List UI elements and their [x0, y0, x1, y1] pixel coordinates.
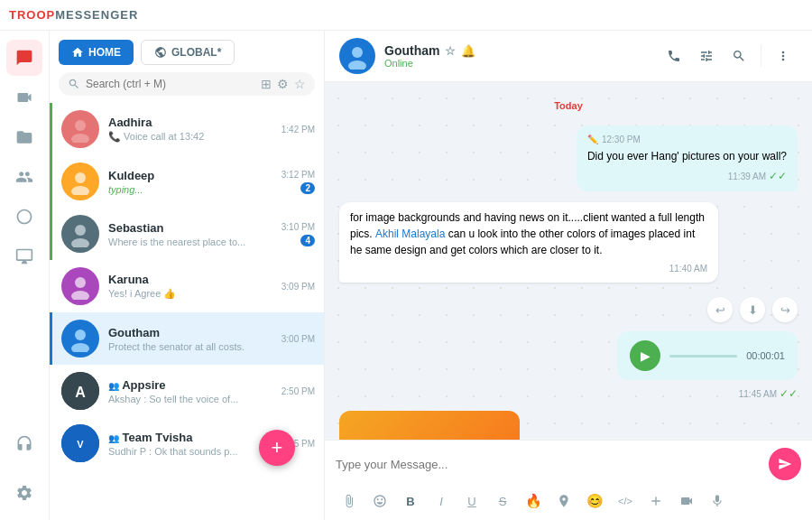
app-title-messenger: MESSENGER — [55, 8, 138, 22]
date-divider: Today — [339, 100, 798, 111]
toolbar-sticker[interactable]: 😊 — [581, 488, 608, 515]
message-row-3: ↩ ⬇ ↪ ▶ 00:00:01 11:45 AM ✓✓ — [339, 293, 798, 400]
toolbar-more[interactable] — [642, 488, 669, 515]
toolbar-bold[interactable]: B — [397, 488, 424, 515]
svg-point-15 — [348, 60, 366, 70]
send-button[interactable] — [769, 448, 801, 480]
sidebar-icon-monitor[interactable] — [6, 238, 42, 274]
reply-btn[interactable]: ↩ — [707, 297, 733, 322]
top-bar: TROOP MESSENGER — [0, 0, 812, 31]
chat-name-sebastian: Sebastian — [108, 221, 272, 235]
sidebar-icon-chat[interactable] — [6, 40, 42, 76]
toolbar-code[interactable]: </> — [612, 488, 639, 515]
volume-icon[interactable]: 🔔 — [461, 44, 475, 58]
chat-item-goutham[interactable]: Goutham Protect the senator at all costs… — [50, 312, 324, 365]
svg-point-0 — [75, 120, 86, 131]
messages-area[interactable]: Today ✏️ 12:30 PM Did you ever Hang' pic… — [325, 82, 812, 440]
play-button[interactable]: ▶ — [630, 340, 660, 371]
more-button[interactable] — [769, 42, 798, 70]
chat-name-appsire: 👥 Appsire — [108, 378, 272, 392]
toolbar-video[interactable] — [673, 488, 700, 515]
chat-item-aadhira[interactable]: Aadhira 📞 Voice call at 13:42 1:42 PM — [50, 103, 324, 155]
chat-list-panel: HOME GLOBAL* ⊞ ⚙ ☆ Aadhira — [50, 31, 325, 520]
star-icon[interactable]: ☆ — [445, 44, 456, 58]
chat-preview-appsire: Akshay : So tell the voice of... — [108, 394, 272, 404]
bubble-time-2: 11:40 AM — [350, 262, 707, 275]
chat-info-appsire: 👥 Appsire Akshay : So tell the voice of.… — [108, 378, 272, 404]
tab-home[interactable]: HOME — [59, 40, 134, 65]
chat-info-aadhira: Aadhira 📞 Voice call at 13:42 — [108, 116, 272, 143]
chat-preview-goutham: Protect the senator at all costs. — [108, 341, 272, 352]
sidebar-icon-video[interactable] — [6, 79, 42, 116]
chat-meta-karuna: 3:09 PM — [281, 282, 315, 292]
chat-meta-kuldeep: 3:12 PM 2 — [281, 170, 315, 194]
svg-point-1 — [71, 134, 89, 143]
bubble-text-1: Did you ever Hang' pictures on your wall… — [587, 148, 787, 164]
filter-icon[interactable]: ⊞ — [261, 77, 272, 91]
edit-icon: ✏️ — [587, 133, 598, 146]
call-button[interactable] — [660, 42, 688, 70]
download-btn[interactable]: ⬇ — [740, 297, 765, 322]
star-icon[interactable]: ☆ — [294, 77, 306, 91]
settings-icon[interactable]: ⚙ — [277, 77, 289, 91]
contact-name: Goutham ☆ 🔔 — [384, 43, 651, 58]
sidebar-icon-gear[interactable] — [6, 199, 42, 235]
forward-btn[interactable]: ↪ — [772, 297, 798, 322]
toolbar-audio[interactable] — [704, 488, 731, 515]
svg-point-3 — [71, 186, 89, 195]
chat-panel: Goutham ☆ 🔔 Online — [325, 31, 812, 520]
audio-bar — [669, 355, 737, 358]
svg-point-14 — [352, 47, 363, 58]
contact-info: Goutham ☆ 🔔 Online — [384, 43, 651, 69]
svg-point-8 — [75, 330, 86, 340]
sidebar-icon-settings[interactable] — [6, 475, 42, 511]
contact-status: Online — [384, 58, 651, 69]
svg-point-4 — [75, 225, 86, 236]
chat-info-karuna: Karuna Yes! i Agree 👍 — [108, 273, 272, 300]
svg-point-5 — [71, 238, 89, 247]
toolbar-underline[interactable]: U — [458, 488, 485, 515]
sidebar-icon-headset[interactable] — [6, 426, 42, 462]
chat-item-kuldeep[interactable]: Kuldeep typing... 3:12 PM 2 — [50, 155, 324, 208]
chat-name-karuna: Karuna — [108, 273, 272, 286]
check-icon-3: ✓✓ — [780, 387, 798, 400]
bubble-time-1: 11:39 AM ✓✓ — [587, 168, 787, 184]
toolbar-fire[interactable]: 🔥 — [520, 488, 547, 515]
svg-point-9 — [71, 343, 89, 352]
sidebar-icon-folder[interactable] — [6, 119, 42, 155]
chat-preview-teamtvisha: Sudhir P : Ok that sounds p... — [108, 446, 272, 457]
search-input[interactable] — [86, 78, 255, 90]
chat-info-sebastian: Sebastian Where is the nearest place to.… — [108, 221, 272, 247]
avatar-goutham — [61, 320, 99, 358]
sidebar-icon-contacts[interactable] — [6, 159, 42, 195]
chat-header: Goutham ☆ 🔔 Online — [325, 31, 812, 82]
search-icon — [68, 78, 80, 90]
chat-meta-goutham: 3:00 PM — [281, 334, 315, 344]
message-input[interactable] — [336, 458, 761, 471]
chat-name-teamtvisha: 👥 Team Tvisha — [108, 431, 272, 444]
icon-sidebar — [0, 31, 50, 520]
sliders-button[interactable] — [692, 42, 721, 70]
message-input-row — [336, 448, 801, 480]
toolbar-location[interactable] — [550, 488, 577, 515]
avatar-aadhira — [61, 110, 99, 148]
audio-duration: 00:00:01 — [746, 350, 785, 361]
chat-meta-aadhira: 1:42 PM — [281, 125, 315, 135]
toolbar-emoji[interactable] — [366, 488, 393, 515]
chat-info-goutham: Goutham Protect the senator at all costs… — [108, 326, 272, 352]
avatar-sebastian — [61, 215, 99, 253]
chat-item-appsire[interactable]: A 👥 Appsire Akshay : So tell the voice o… — [50, 365, 324, 417]
header-divider — [761, 45, 761, 67]
chat-name-kuldeep: Kuldeep — [108, 169, 272, 182]
toolbar-attach[interactable] — [336, 488, 363, 515]
toolbar-strike[interactable]: S — [489, 488, 516, 515]
toolbar-italic[interactable]: I — [428, 488, 455, 515]
search-button[interactable] — [724, 42, 753, 70]
avatar-teamtvisha: V — [61, 424, 99, 462]
fab-button[interactable]: + — [259, 430, 295, 466]
chat-item-sebastian[interactable]: Sebastian Where is the nearest place to.… — [50, 208, 324, 260]
tab-global[interactable]: GLOBAL* — [141, 40, 235, 65]
chat-item-karuna[interactable]: Karuna Yes! i Agree 👍 3:09 PM — [50, 260, 324, 312]
chat-meta-appsire: 2:50 PM — [281, 386, 315, 396]
message-row-2: for image backgrounds and having news on… — [339, 202, 798, 283]
